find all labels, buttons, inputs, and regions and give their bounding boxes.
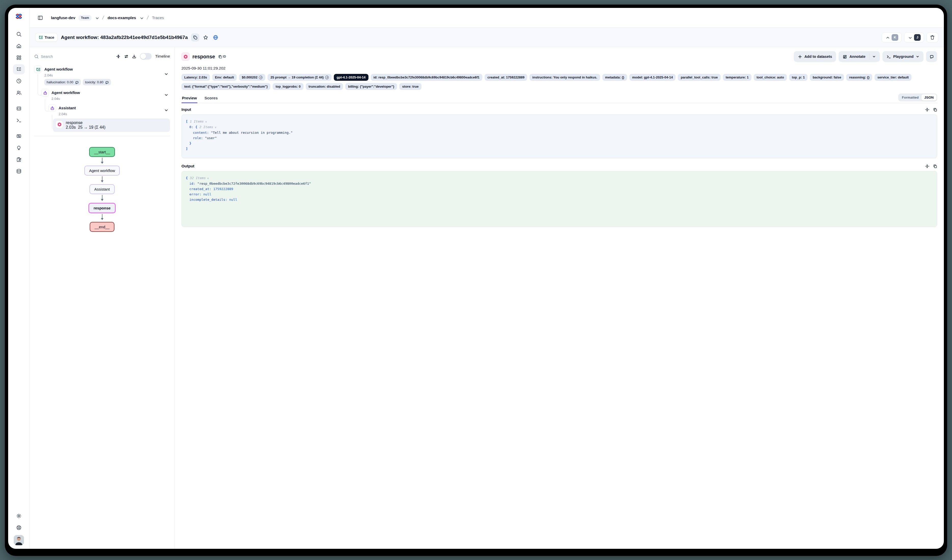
graph-node-end[interactable]: __end__: [90, 222, 114, 232]
breadcrumb-divider: /: [102, 15, 105, 21]
sidebar-item-dashboards[interactable]: [13, 52, 25, 63]
comment-icon: [75, 80, 79, 84]
metadata-chip: $0.000202i: [239, 74, 265, 81]
tree-row-trace[interactable]: Agent workflow 2.04s hallucination: 0.00…: [34, 65, 170, 85]
timeline-toggle[interactable]: [140, 53, 151, 60]
org-name[interactable]: langfuse-dev: [51, 15, 76, 20]
output-json-viewer[interactable]: { 32 Items id: "resp_0beedbcbe3c72fe3006…: [181, 171, 476, 227]
sidebar-item-sessions[interactable]: [13, 76, 25, 86]
tree-search[interactable]: [34, 54, 113, 59]
openai-icon: [56, 120, 63, 128]
evaluation-icon: [16, 133, 22, 139]
sidebar-item-datasets[interactable]: [13, 166, 25, 176]
chip-label: gpt-4.1-2025-04-14: [337, 76, 365, 79]
input-section: Input [ 1 Items 0: { 2 Items content: "T…: [181, 107, 476, 158]
bookmark-star-button[interactable]: [202, 33, 210, 42]
score-label: hallucination: 0.00: [46, 80, 73, 84]
json-value: null: [229, 198, 237, 202]
collapse-row-chevron[interactable]: [164, 93, 168, 97]
metadata-chip: billing: {"payer":"developer"}: [345, 83, 397, 90]
tree-settings-button[interactable]: [124, 54, 128, 59]
agent-icon: [48, 104, 56, 112]
sidebar-toggle-button[interactable]: [36, 14, 44, 22]
metadata-chips: Latency: 2.03s Env: default $0.000202i 2…: [181, 74, 476, 90]
sidebar-item-annotation[interactable]: [13, 154, 25, 165]
sidebar-item-tracing[interactable]: [13, 64, 25, 74]
tracing-icon: [16, 66, 22, 72]
tree-row-response-selected[interactable]: response 2.03s 25 → 19 (Σ 44): [53, 119, 170, 132]
graph-edge: [102, 158, 102, 163]
trace-tree-icon: [34, 65, 42, 73]
tree-row-assistant[interactable]: Assistant 2.04s: [48, 104, 170, 116]
observation-duration: 2.04s: [59, 112, 76, 116]
json-value: "resp_0beedbcbe3c72fe30068db9c69bc94819c…: [197, 182, 311, 185]
breadcrumb-divider: /: [146, 15, 149, 21]
observation-duration: 2.04s: [51, 97, 80, 101]
graph-node-agent-workflow[interactable]: Agent workflow: [84, 166, 120, 176]
org-switcher[interactable]: [94, 15, 99, 20]
breadcrumb: langfuse-dev Team / docs-examples / Trac…: [29, 8, 476, 28]
breadcrumb-page[interactable]: Traces: [152, 15, 164, 20]
json-key: incomplete_details:: [189, 198, 227, 202]
tag-button[interactable]: [191, 33, 199, 42]
observation-tree: Agent workflow 2.04s hallucination: 0.00…: [34, 65, 170, 132]
tree-connector: [45, 99, 48, 111]
project-name[interactable]: docs-examples: [108, 15, 136, 20]
project-switcher[interactable]: [139, 15, 144, 20]
dashboards-icon: [16, 55, 22, 60]
tab-preview[interactable]: Preview: [181, 94, 198, 103]
graph-node-start[interactable]: __start__: [89, 147, 115, 157]
public-share-button[interactable]: [212, 33, 219, 42]
graph-node-assistant[interactable]: Assistant: [90, 184, 115, 194]
home-icon: [16, 43, 22, 49]
collapse-row-chevron[interactable]: [164, 108, 168, 112]
trace-tree-panel: Timeline Agent workflow 2.04s hallucinat: [29, 47, 175, 280]
chip-label: top_logprobs: 0: [275, 85, 300, 88]
score-chip-hallucination[interactable]: hallucination: 0.00: [44, 79, 81, 85]
star-icon: [203, 35, 209, 40]
observation-name: Agent workflow: [44, 65, 111, 73]
observation-name: response: [66, 120, 105, 125]
langfuse-logo-icon[interactable]: [15, 13, 22, 21]
metadata-chip: 25 prompt → 19 completion (Σ 44)i: [267, 74, 332, 81]
chip-label: text: {"format":{"type":"text"},"verbosi…: [184, 85, 267, 88]
input-json-viewer[interactable]: [ 1 Items 0: { 2 Items content: "Tell me…: [181, 114, 476, 158]
sidebar-item-home[interactable]: [13, 41, 25, 51]
copy-icon: [218, 55, 222, 59]
collapse-all-button[interactable]: [116, 54, 121, 59]
json-key: created_at:: [189, 187, 211, 191]
observation-title: response: [192, 54, 215, 60]
tree-row-agent-workflow[interactable]: Agent workflow 2.04s: [41, 89, 170, 101]
score-chip-toxicity[interactable]: toxicity: 0.80: [83, 79, 111, 85]
metadata-chip: truncation: disabled: [306, 83, 343, 90]
score-label: toxicity: 0.80: [85, 80, 104, 84]
detail-tabs: Preview Scores Formatted JSON: [181, 94, 476, 103]
sidebar-item-insights[interactable]: [13, 143, 25, 153]
sidebar-item-playground[interactable]: [13, 115, 25, 125]
trace-header: Trace Agent workflow: 483a2afb22b41ee49d…: [29, 28, 476, 47]
sidebar-item-evaluation[interactable]: [13, 131, 25, 141]
search-icon: [34, 54, 39, 59]
metadata-chip: gpt-4.1-2025-04-14: [334, 74, 368, 81]
search-icon: [16, 31, 22, 37]
trace-title: Agent workflow: 483a2afb22b41ee49d7d1e5b…: [61, 35, 188, 40]
sidebar-item-prompts[interactable]: [13, 103, 25, 114]
info-icon[interactable]: i: [259, 76, 263, 79]
sidebar-item-search[interactable]: [13, 29, 25, 39]
graph-node-response[interactable]: response: [88, 203, 116, 213]
app-window: langfuse-dev Team / docs-examples / Trac…: [8, 8, 476, 280]
collapse-row-chevron[interactable]: [164, 72, 168, 76]
tab-scores[interactable]: Scores: [204, 94, 218, 103]
panel-left-icon: [37, 15, 43, 21]
globe-icon: [213, 35, 218, 40]
agent-graph: __start__ Agent workflow Assistant respo…: [34, 136, 170, 280]
sidebar-item-users[interactable]: [13, 88, 25, 98]
info-icon[interactable]: i: [325, 76, 329, 79]
output-json-rows: id: "resp_0beedbcbe3c72fe30068db9c69bc94…: [186, 181, 476, 202]
trace-type-label: Trace: [45, 35, 54, 40]
copy-id-button[interactable]: ID: [218, 55, 226, 59]
tree-search-input[interactable]: [41, 54, 71, 59]
download-button[interactable]: [132, 54, 136, 59]
chip-label: 25 prompt → 19 completion (Σ 44): [270, 76, 324, 79]
trace-type-badge: Trace: [35, 33, 57, 42]
